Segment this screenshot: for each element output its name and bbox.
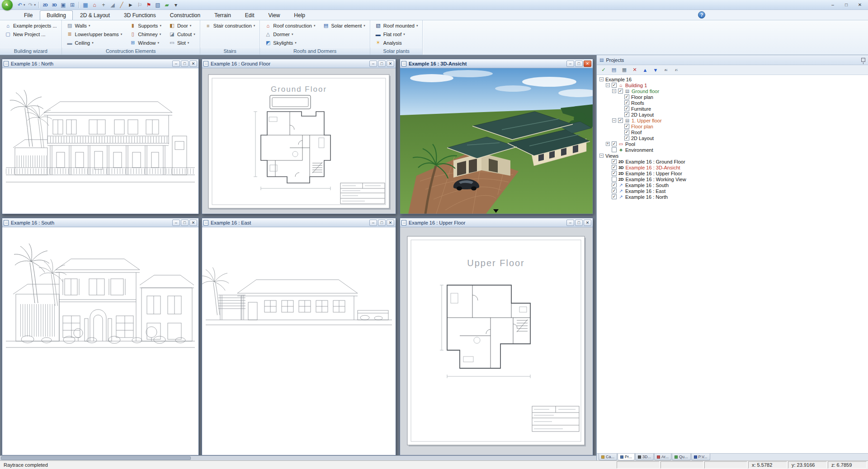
pin-icon[interactable] [861, 58, 865, 62]
undo-icon-dropdown[interactable]: ▾ [24, 3, 25, 7]
flag-red-icon[interactable]: ⚑ [144, 1, 153, 9]
skylights-button[interactable]: ◩Skylights▾ [263, 38, 317, 47]
expand-icon[interactable]: + [606, 142, 610, 146]
tree-checkbox[interactable] [612, 177, 617, 182]
scrollbar-thumb[interactable] [1, 456, 191, 460]
tab-terrain[interactable]: Terrain [208, 10, 238, 20]
walls-button[interactable]: ▨Walls▾ [65, 21, 124, 30]
tree-item[interactable]: −✓↗Example 16 : South [597, 182, 868, 188]
tree-checkbox[interactable]: ✓ [612, 183, 617, 188]
confirm-icon[interactable]: ✓ [599, 66, 608, 74]
tree-checkbox[interactable]: ✓ [618, 118, 623, 123]
collapse-icon[interactable]: − [612, 89, 616, 93]
window-close-button[interactable]: ✕ [584, 61, 591, 67]
report-icon[interactable]: ▤ [609, 66, 618, 74]
stair-construction-button[interactable]: ≡Stair construction▾ [203, 21, 257, 30]
tree-item[interactable]: −✓Floor plan [597, 123, 868, 129]
window-minimize-button[interactable]: – [566, 61, 574, 67]
collapse-icon[interactable]: − [599, 77, 604, 81]
tab-project[interactable]: Pr... [618, 454, 635, 460]
tree-checkbox[interactable]: ✓ [612, 83, 617, 88]
window-upper-titlebar[interactable]: Example 16 : Upper Floor – □ ✕ [400, 218, 593, 227]
roof-construction-button[interactable]: ⌂Roof construction▾ [263, 21, 317, 30]
move-up-icon[interactable]: ▲ [641, 66, 650, 74]
tree-item[interactable]: −Example 16 [597, 76, 868, 82]
ceiling-button[interactable]: ▬Ceiling▾ [65, 38, 124, 47]
window-south-titlebar[interactable]: Example 16 : South – □ ✕ [2, 218, 198, 227]
view-3d-icon[interactable]: 3D [50, 1, 59, 9]
cutout-button[interactable]: ◪Cutout▾ [167, 30, 197, 38]
window-maximize-button[interactable]: □ [575, 220, 583, 226]
tab-3d[interactable]: 3D... [635, 454, 654, 460]
new-window-icon[interactable]: ▣ [59, 1, 68, 9]
analysis-button[interactable]: ☀Analysis [373, 38, 420, 47]
tab-file[interactable]: File [17, 10, 39, 20]
dormer-button[interactable]: △Dormer▾ [263, 30, 317, 38]
tree-item[interactable]: −✓↗Example 16 : East [597, 188, 868, 194]
window-south[interactable]: Example 16 : South – □ ✕ [2, 218, 199, 455]
door-button[interactable]: ◧Door▾ [167, 21, 197, 30]
tree-item[interactable]: −✓2D Layout [597, 135, 868, 141]
south-elevation-canvas[interactable] [2, 227, 198, 455]
crosshair-icon[interactable]: + [99, 1, 108, 9]
window-minimize-button[interactable]: – [566, 220, 574, 226]
tree-item[interactable]: −✓2D Layout [597, 112, 868, 117]
window-minimize-button[interactable]: – [369, 61, 377, 67]
app-close-button[interactable]: ✕ [854, 1, 866, 9]
tree-item[interactable]: −✓▤Ground floor [597, 88, 868, 94]
window-maximize-button[interactable]: □ [181, 61, 189, 67]
tree-item[interactable]: −♣Environment [597, 147, 868, 153]
tree-item[interactable]: −✓Furniture [597, 106, 868, 112]
window-3d-titlebar[interactable]: Example 16 : 3D-Ansicht – □ ✕ [400, 59, 593, 68]
tree-item[interactable]: −✓Roof [597, 129, 868, 135]
north-elevation-canvas[interactable] [2, 68, 198, 214]
window-east-titlebar[interactable]: Example 16 : East – □ ✕ [202, 218, 396, 227]
tree-item[interactable]: −✓Floor plan [597, 94, 868, 100]
tree-checkbox[interactable]: ✓ [624, 100, 629, 105]
flag-white-icon[interactable]: ⚐ [135, 1, 144, 9]
tree-checkbox[interactable]: ✓ [624, 130, 629, 135]
tree-item[interactable]: −✓▤1. Upper floor [597, 117, 868, 123]
sort-ascending-icon[interactable]: a↓ [661, 66, 670, 74]
tree-item[interactable]: +✓▭Pool [597, 141, 868, 147]
box-select-icon[interactable]: ▧ [153, 1, 162, 9]
window-close-button[interactable]: ✕ [189, 61, 197, 67]
slope-icon[interactable]: ◢ [108, 1, 117, 9]
east-elevation-canvas[interactable] [202, 227, 396, 455]
tree-item[interactable]: −✓↗Example 16 : North [597, 194, 868, 200]
more-tools-icon[interactable]: ▾ [171, 1, 180, 9]
window-maximize-button[interactable]: □ [378, 61, 386, 67]
print-icon[interactable]: ▦ [620, 66, 629, 74]
window-close-button[interactable]: ✕ [387, 61, 394, 67]
tab-construction[interactable]: Construction [163, 10, 207, 20]
collapse-icon[interactable]: − [599, 154, 604, 158]
tree-checkbox[interactable]: ✓ [612, 171, 617, 176]
tab-areas[interactable]: Ar... [654, 454, 671, 460]
window-minimize-button[interactable]: – [172, 61, 180, 67]
tree-checkbox[interactable]: ✓ [624, 94, 629, 99]
chimney-button[interactable]: ▯Chimney▾ [127, 30, 163, 38]
eraser-icon[interactable]: ▰ [162, 1, 171, 9]
pointer-icon[interactable]: ► [126, 1, 135, 9]
example-projects-button[interactable]: ⌂Example projects ... [3, 21, 59, 30]
solar-element-button[interactable]: ▤Solar element▾ [321, 21, 367, 30]
tab-view[interactable]: View [262, 10, 287, 20]
window-maximize-button[interactable]: □ [181, 220, 189, 226]
window-close-button[interactable]: ✕ [387, 220, 394, 226]
tree-checkbox[interactable]: ✓ [624, 112, 629, 117]
tree-checkbox[interactable]: ✓ [612, 188, 617, 193]
tree-item[interactable]: −✓2DExample 16 : Ground Floor [597, 159, 868, 164]
view-2d-icon[interactable]: 2D [41, 1, 50, 9]
new-project-button[interactable]: ▢New Project ... [3, 30, 59, 38]
tree-checkbox[interactable]: ✓ [612, 141, 617, 146]
beams-button[interactable]: ≣Lower/upper beams▾ [65, 30, 124, 38]
move-down-icon[interactable]: ▼ [651, 66, 660, 74]
app-minimize-button[interactable]: – [826, 1, 839, 9]
window-ground-floor[interactable]: Example 16 : Ground Floor – □ ✕ Ground F… [202, 59, 396, 214]
window-upper-floor[interactable]: Example 16 : Upper Floor – □ ✕ Upper Flo… [400, 218, 593, 455]
tab-catalog[interactable]: Ca... [599, 454, 617, 460]
window-close-button[interactable]: ✕ [584, 220, 591, 226]
tree-checkbox[interactable]: ✓ [624, 136, 629, 141]
render-3d-canvas[interactable] [400, 68, 593, 214]
tree-checkbox[interactable]: ✓ [618, 89, 623, 94]
